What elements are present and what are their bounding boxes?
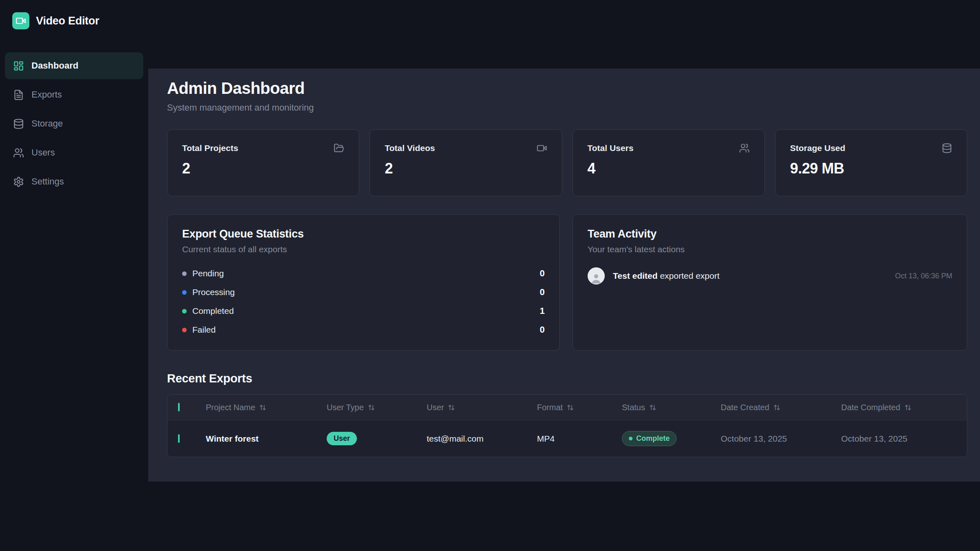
column-label: User Type: [327, 403, 364, 412]
card-subtitle: Current status of all exports: [182, 244, 545, 254]
file-text-icon: [13, 89, 24, 100]
column-header-date-completed[interactable]: Date Completed: [841, 403, 967, 412]
sidebar-item-label: Exports: [31, 89, 62, 100]
stat-label: Total Users: [588, 143, 634, 153]
sort-icon: [259, 404, 266, 411]
stat-label: Total Projects: [182, 143, 238, 153]
stat-card-total-users: Total Users 4: [572, 129, 765, 196]
queue-label: Completed: [192, 306, 234, 316]
cell-format: MP4: [537, 434, 622, 444]
sidebar-item-exports[interactable]: Exports: [5, 81, 143, 108]
select-all-checkbox[interactable]: [178, 403, 180, 411]
stat-card-total-projects: Total Projects 2: [167, 129, 359, 196]
queue-value: 0: [540, 268, 545, 279]
video-icon: [537, 143, 547, 153]
card-title: Team Activity: [588, 228, 952, 240]
completed-status-dot: [182, 309, 187, 313]
queue-value: 1: [540, 306, 545, 316]
main-content: Admin Dashboard System management and mo…: [148, 69, 980, 482]
admin-dashboard-page: Video Editor Dashboard Exports Storage: [0, 0, 980, 551]
video-icon: [16, 16, 26, 26]
stat-value: 9.29 MB: [790, 160, 952, 177]
folder-open-icon: [334, 143, 344, 153]
sidebar: Video Editor Dashboard Exports Storage: [0, 0, 148, 551]
queue-label: Processing: [192, 287, 235, 297]
user-type-badge: User: [327, 432, 357, 445]
status-label: Complete: [636, 434, 670, 443]
column-header-user-type[interactable]: User Type: [327, 403, 427, 412]
queue-label: Failed: [192, 325, 216, 335]
users-icon: [739, 143, 750, 153]
sidebar-item-label: Dashboard: [31, 60, 78, 71]
card-title: Export Queue Statistics: [182, 228, 545, 240]
avatar: [588, 267, 605, 284]
users-icon: [13, 147, 24, 158]
page-title: Admin Dashboard: [167, 79, 967, 98]
queue-label: Pending: [192, 269, 224, 278]
queue-row-completed: Completed 1: [182, 302, 545, 320]
sidebar-item-label: Users: [31, 147, 55, 158]
sidebar-item-settings[interactable]: Settings: [5, 168, 143, 195]
cell-date-created: October 13, 2025: [721, 434, 841, 444]
database-icon: [942, 143, 952, 153]
middle-cards-row: Export Queue Statistics Current status o…: [167, 214, 967, 351]
cell-project-name: Winter forest: [206, 434, 327, 444]
sort-icon: [904, 404, 911, 411]
status-dot: [629, 437, 633, 440]
activity-actor: Test edited: [613, 271, 657, 280]
queue-row-pending: Pending 0: [182, 264, 545, 283]
row-checkbox[interactable]: [178, 434, 180, 443]
stat-card-storage-used: Storage Used 9.29 MB: [775, 129, 967, 196]
failed-status-dot: [182, 328, 187, 332]
export-queue-card: Export Queue Statistics Current status o…: [167, 214, 560, 351]
column-header-project-name[interactable]: Project Name: [206, 403, 327, 412]
sort-icon: [567, 404, 574, 411]
queue-row-processing: Processing 0: [182, 283, 545, 302]
column-label: Date Completed: [841, 403, 900, 412]
sort-icon: [368, 404, 375, 411]
processing-status-dot: [182, 290, 187, 295]
recent-exports-title: Recent Exports: [167, 372, 967, 385]
queue-row-failed: Failed 0: [182, 320, 545, 339]
queue-value: 0: [540, 324, 545, 335]
cell-user-email: test@mail.com: [427, 434, 537, 444]
activity-text: Test edited exported export: [613, 271, 719, 281]
queue-value: 0: [540, 287, 545, 298]
app-title: Video Editor: [36, 15, 99, 27]
database-icon: [13, 118, 24, 129]
column-label: User: [427, 403, 444, 412]
sidebar-item-dashboard[interactable]: Dashboard: [5, 52, 143, 79]
stat-card-total-videos: Total Videos 2: [370, 129, 562, 196]
table-header-row: Project Name User Type User Format Statu…: [167, 395, 967, 420]
column-header-user[interactable]: User: [427, 403, 537, 412]
stat-value: 2: [182, 160, 344, 177]
stat-label: Total Videos: [385, 143, 435, 153]
sidebar-nav: Dashboard Exports Storage Users: [5, 52, 143, 195]
app-logo: Video Editor: [5, 12, 143, 29]
column-label: Format: [537, 403, 563, 412]
status-badge: Complete: [622, 431, 677, 446]
activity-item: Test edited exported export Oct 13, 06:3…: [588, 267, 952, 284]
sidebar-item-label: Storage: [31, 118, 63, 129]
sidebar-item-storage[interactable]: Storage: [5, 110, 143, 137]
column-header-format[interactable]: Format: [537, 403, 622, 412]
column-header-date-created[interactable]: Date Created: [721, 403, 841, 412]
sort-icon: [773, 404, 780, 411]
activity-timestamp: Oct 13, 06:36 PM: [895, 272, 952, 280]
sidebar-item-label: Settings: [31, 176, 64, 187]
queue-list: Pending 0 Processing 0 Completed 1: [182, 264, 545, 339]
sort-icon: [448, 404, 455, 411]
sidebar-item-users[interactable]: Users: [5, 139, 143, 166]
sort-icon: [649, 404, 656, 411]
team-activity-card: Team Activity Your team's latest actions…: [572, 214, 967, 351]
layout-dashboard-icon: [13, 60, 24, 71]
table-row[interactable]: Winter forest User test@mail.com MP4 Com…: [167, 420, 967, 457]
stat-value: 2: [385, 160, 547, 177]
gear-icon: [13, 176, 24, 187]
person-icon: [590, 272, 602, 284]
page-subtitle: System management and monitoring: [167, 102, 967, 113]
cell-date-completed: October 13, 2025: [841, 434, 967, 444]
column-header-status[interactable]: Status: [622, 403, 721, 412]
column-label: Project Name: [206, 403, 255, 412]
stat-label: Storage Used: [790, 143, 845, 153]
